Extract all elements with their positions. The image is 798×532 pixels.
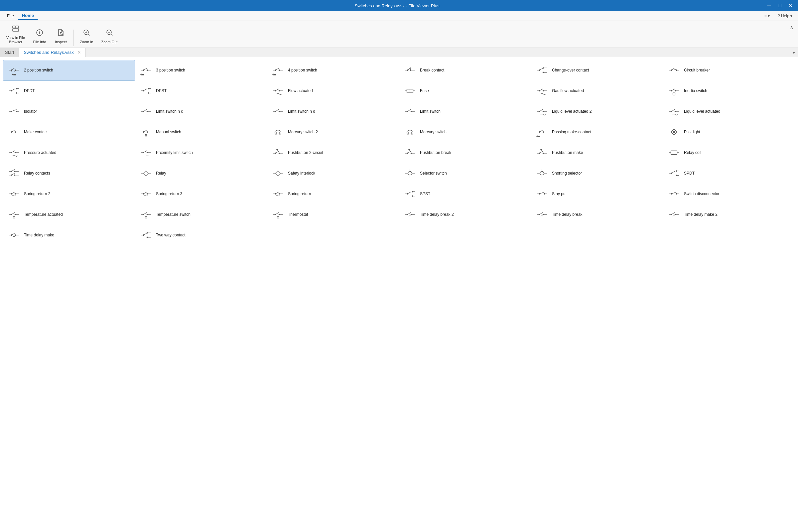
grid-item-circuit-breaker[interactable]: Circuit breaker (663, 60, 795, 80)
grid-item-temperature-switch[interactable]: Temperature switch (135, 204, 267, 225)
item-label: Spring return 3 (156, 191, 182, 197)
grid-item-spring-return-2[interactable]: Spring return 2 (3, 184, 135, 204)
view-in-file-browser-button[interactable]: View in FileBrowser (3, 22, 28, 46)
item-label: Relay (156, 171, 166, 176)
grid-item-pressure-actuated[interactable]: Pressure actuated (3, 142, 135, 163)
grid-item-pushbutton-break[interactable]: Pushbutton break (399, 142, 531, 163)
grid-item-thermostat[interactable]: Thermostat (267, 204, 399, 225)
grid-item-spdt[interactable]: SPDT (663, 163, 795, 184)
item-icon: Crea (139, 63, 153, 77)
zoom-out-button[interactable]: Zoom Out (98, 26, 121, 46)
file-info-button[interactable]: File Info (30, 26, 50, 46)
grid-item-time-delay-make-2[interactable]: Time delay make 2 (663, 204, 795, 225)
item-icon (139, 228, 153, 242)
svg-text:Crea: Crea (12, 74, 16, 76)
grid-item-pushbutton-make[interactable]: Pushbutton make (531, 142, 663, 163)
grid-item-break-contact[interactable]: Break contact (399, 60, 531, 80)
item-label: Time delay break (552, 212, 583, 217)
grid-item-flow-actuated[interactable]: Flow actuated (267, 80, 399, 101)
item-label: Pressure actuated (24, 150, 56, 156)
grid-item-relay[interactable]: Relay (135, 163, 267, 184)
svg-point-136 (276, 133, 277, 134)
grid-item-relay-coil[interactable]: Relay coil (663, 142, 795, 163)
ribbon: View in FileBrowser File Info (0, 21, 798, 48)
grid-item-spst[interactable]: SPST (399, 184, 531, 204)
grid-item-limit-switch-n-o[interactable]: Limit switch n o (267, 101, 399, 122)
grid-item-dpdt[interactable]: DPDT (3, 80, 135, 101)
inspect-icon (57, 28, 65, 39)
close-button[interactable]: ✕ (786, 1, 795, 10)
grid-item-switch-disconnector[interactable]: Switch disconnector (663, 184, 795, 204)
inspect-button[interactable]: Inspect (51, 26, 71, 46)
grid-item-shorting-selector[interactable]: Shorting selector (531, 163, 663, 184)
grid-item-liquid-level-actuated[interactable]: Liquid level actuated (663, 101, 795, 122)
tab-bar: Start Switches and Relays.vssx ✕ ▾ (0, 48, 798, 57)
grid-item-spring-return[interactable]: Spring return (267, 184, 399, 204)
grid-item-pilot-light[interactable]: Pilot light (663, 122, 795, 142)
grid-item-4-position-switch[interactable]: Crea 4 position switch (267, 60, 399, 80)
grid-item-relay-contacts[interactable]: Relay contacts (3, 163, 135, 184)
grid-item-time-delay-break[interactable]: Time delay break (531, 204, 663, 225)
minimize-button[interactable]: ─ (764, 1, 774, 10)
svg-line-251 (671, 192, 676, 194)
grid-item-limit-switch[interactable]: Limit switch (399, 101, 531, 122)
grid-item-stay-put[interactable]: Stay put (531, 184, 663, 204)
menu-bar: File Home ≡ ▾ ? Help ▾ (0, 11, 798, 21)
grid-item-inertia-switch[interactable]: Inertia switch (663, 80, 795, 101)
grid-item-two-way-contact[interactable]: Two way contact (135, 225, 267, 245)
ribbon-collapse-button[interactable]: ∧ (788, 23, 795, 32)
items-grid: Crea 2 position switch Crea 3 position s… (3, 60, 795, 245)
item-label: Gas flow actuated (552, 89, 584, 94)
maximize-button[interactable]: □ (775, 1, 784, 10)
file-info-label: File Info (33, 40, 46, 44)
grid-item-time-delay-make[interactable]: Time delay make (3, 225, 135, 245)
item-label: Pilot light (684, 130, 700, 135)
grid-item-make-contact[interactable]: Make contact (3, 122, 135, 142)
help-menu-button[interactable]: ? Help ▾ (775, 13, 795, 19)
item-icon (271, 167, 285, 180)
grid-item-safety-interlock[interactable]: Safety interlock (267, 163, 399, 184)
menu-file[interactable]: File (3, 12, 18, 20)
grid-item-manual-switch[interactable]: Manual switch (135, 122, 267, 142)
tab-switches-relays[interactable]: Switches and Relays.vssx ✕ (19, 48, 86, 57)
zoom-in-button[interactable]: Zoom In (76, 26, 96, 46)
item-label: 3 position switch (156, 68, 185, 73)
grid-item-3-position-switch[interactable]: Crea 3 position switch (135, 60, 267, 80)
grid-item-spring-return-3[interactable]: Spring return 3 (135, 184, 267, 204)
item-icon (139, 146, 153, 159)
item-label: Mercury switch (420, 130, 446, 135)
item-icon (7, 228, 21, 242)
grid-item-limit-switch-n-c[interactable]: Limit switch n c (135, 101, 267, 122)
grid-item-proximity-limit-switch[interactable]: Proximity limit switch (135, 142, 267, 163)
svg-point-133 (275, 130, 281, 135)
item-icon (667, 125, 681, 139)
menu-home[interactable]: Home (18, 12, 38, 20)
grid-item-dpst[interactable]: DPST (135, 80, 267, 101)
grid-item-pushbutton-2-circuit[interactable]: Pushbutton 2-circuit (267, 142, 399, 163)
item-label: Pushbutton make (552, 150, 583, 156)
close-tab-button[interactable]: ✕ (77, 50, 81, 55)
grid-item-liquid-level-actuated-2[interactable]: Liquid level actuated 2 (531, 101, 663, 122)
item-icon (271, 146, 285, 159)
grid-item-change-over-contact[interactable]: Change-over contact (531, 60, 663, 80)
item-label: 4 position switch (288, 68, 317, 73)
item-icon (667, 187, 681, 201)
tab-bar-dropdown[interactable]: ▾ (790, 50, 798, 55)
grid-item-time-delay-break-2[interactable]: Time delay break 2 (399, 204, 531, 225)
grid-item-mercury-switch[interactable]: Mercury switch (399, 122, 531, 142)
grid-item-gas-flow-actuated[interactable]: Gas flow actuated (531, 80, 663, 101)
item-icon (667, 63, 681, 77)
app-container: Switches and Relays.vssx - File Viewer P… (0, 0, 798, 532)
tab-start[interactable]: Start (0, 48, 19, 57)
grid-item-mercury-switch-2[interactable]: Mercury switch 2 (267, 122, 399, 142)
grid-item-isolator[interactable]: Isolator (3, 101, 135, 122)
grid-item-temperature-actuated[interactable]: Temperature actuated (3, 204, 135, 225)
grid-item-passing-make-contact[interactable]: Crea Passing make-contact (531, 122, 663, 142)
grid-item-selector-switch[interactable]: Selector switch (399, 163, 531, 184)
settings-menu-button[interactable]: ≡ ▾ (762, 13, 773, 19)
item-icon (7, 187, 21, 201)
grid-item-fuse[interactable]: Fuse (399, 80, 531, 101)
grid-item-2-position-switch[interactable]: Crea 2 position switch (3, 60, 135, 80)
item-icon (271, 187, 285, 201)
item-icon (667, 208, 681, 221)
